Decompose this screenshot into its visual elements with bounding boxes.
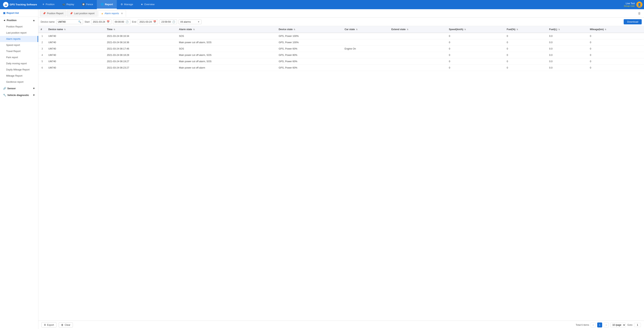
cell-fuel-pct: 0 bbox=[504, 65, 547, 71]
sidebar-item-alarm-reports[interactable]: Alarm reports bbox=[0, 36, 38, 42]
device-name-input[interactable] bbox=[58, 21, 78, 23]
col-num: # bbox=[38, 26, 46, 33]
end-label: End bbox=[132, 21, 136, 23]
cell-mileage: 0 bbox=[588, 52, 644, 58]
cell-alarm-state: SOS bbox=[177, 46, 276, 52]
sidebar-item-mileage-report[interactable]: Mileage Report bbox=[0, 73, 38, 79]
sidebar-item-travel-report[interactable]: Travel Report bbox=[0, 48, 38, 54]
col-car-state[interactable]: Car state ⇅ bbox=[342, 26, 389, 33]
clear-button[interactable]: 🗑 Clear bbox=[59, 322, 73, 327]
logo-area: ☁ GPS Tracking Software bbox=[2, 2, 38, 7]
sidebar-section-sensor[interactable]: 🔗 Sensor ▼ bbox=[0, 85, 38, 92]
cell-time: 2021-03-24 08:16:34 bbox=[104, 33, 177, 39]
sensor-section-icon: 🔗 bbox=[3, 87, 6, 90]
report-tab-last-position[interactable]: 📌 Last position report bbox=[67, 10, 97, 17]
sidebar-section-vehicle[interactable]: 🔧 Vehicle diagnostic ▼ bbox=[0, 92, 38, 99]
total-items: Total 6 items bbox=[576, 324, 589, 326]
user-avatar[interactable]: 👤 bbox=[636, 2, 642, 8]
clock-icon-end: 🕐 bbox=[172, 20, 175, 23]
sidebar-section-position[interactable]: ◄ Position ▲ bbox=[0, 17, 38, 24]
overview-icon: ★ bbox=[141, 3, 143, 6]
cell-device: UM740 bbox=[46, 58, 104, 65]
download-button[interactable]: Download bbox=[624, 19, 642, 24]
cell-alarm-state: Main power cut off alarm, SOS bbox=[177, 39, 276, 46]
position-tab-icon: 📌 bbox=[43, 12, 46, 15]
col-time[interactable]: Time ⇅ bbox=[104, 26, 177, 33]
sidebar-item-daily-mileage[interactable]: Dayily Mileage Report bbox=[0, 67, 38, 73]
user-area: Live Test Group User 👤 bbox=[624, 2, 642, 8]
cell-fuel-l: 0.0 bbox=[547, 65, 588, 71]
cell-mileage: 0 bbox=[588, 39, 644, 46]
col-fuel-pct[interactable]: Fuel(%) ⇅ bbox=[504, 26, 547, 33]
nav-tab-report[interactable]: 🌐 Report bbox=[97, 0, 117, 9]
cell-device: UM740 bbox=[46, 65, 104, 71]
cell-fuel-pct: 0 bbox=[504, 58, 547, 65]
col-mileage[interactable]: Mileage(km) ⇅ bbox=[588, 26, 644, 33]
report-tab-position[interactable]: 📌 Position Report bbox=[40, 10, 66, 17]
manage-icon: ⚙ bbox=[121, 3, 123, 6]
current-page-button[interactable]: 1 bbox=[597, 322, 602, 327]
cell-device-state: GPS, Power 60% bbox=[276, 65, 342, 71]
nav-tab-fence[interactable]: 🔲 Fence bbox=[78, 0, 97, 9]
user-group: Group User bbox=[624, 5, 635, 7]
cell-fuel-l: 0.0 bbox=[547, 52, 588, 58]
sidebar-title-icon: ▣ bbox=[3, 12, 5, 15]
cell-fuel-l: 0.0 bbox=[547, 39, 588, 46]
cell-extend-state bbox=[389, 58, 447, 65]
goto-input[interactable] bbox=[634, 323, 641, 327]
device-label: Device name bbox=[41, 21, 55, 23]
nav-tab-manage-label: Manage bbox=[124, 3, 133, 6]
end-date-picker[interactable]: 2021-03-24 📅 bbox=[138, 19, 158, 24]
cell-num: 3 bbox=[38, 46, 46, 52]
col-alarm-state[interactable]: Alarm state ⇅ bbox=[177, 26, 276, 33]
sidebar-item-position-report[interactable]: Position Report bbox=[0, 24, 38, 30]
cell-fuel-pct: 0 bbox=[504, 33, 547, 39]
page-size-select[interactable]: 10 /page 20 /page 50 /page bbox=[610, 323, 626, 327]
col-speed[interactable]: Speed(km/h) ⇅ bbox=[446, 26, 504, 33]
calendar-icon-end: 📅 bbox=[153, 20, 156, 23]
nav-tab-position[interactable]: ✈ Position bbox=[38, 0, 58, 9]
sidebar-item-park-report[interactable]: Park report bbox=[0, 54, 38, 61]
col-device-state[interactable]: Device state ⇅ bbox=[276, 26, 342, 33]
vehicle-section-icon: 🔧 bbox=[3, 94, 6, 97]
col-fuel-l[interactable]: Fuel(L) ⇅ bbox=[547, 26, 588, 33]
start-time-picker[interactable]: 00:00:00 🕐 bbox=[113, 19, 130, 24]
cell-speed: 0 bbox=[446, 39, 504, 46]
nav-tab-replay[interactable]: 📹 Replay bbox=[58, 0, 78, 9]
alarm-tab-close[interactable]: ✕ bbox=[121, 12, 123, 15]
report-tab-alarm[interactable]: ▲ Alarm reports ✕ bbox=[98, 10, 126, 17]
cell-extend-state bbox=[389, 39, 447, 46]
sidebar-item-geofence[interactable]: Geofence report bbox=[0, 79, 38, 85]
sidebar-item-daily-moving[interactable]: Daily moving report bbox=[0, 61, 38, 67]
position-tab-label: Position Report bbox=[47, 12, 63, 15]
export-button[interactable]: ⬇ Export bbox=[42, 322, 56, 327]
start-time-value: 00:00:00 bbox=[115, 21, 124, 23]
col-extend-state[interactable]: Extend state ⇅ bbox=[389, 26, 447, 33]
nav-tab-manage[interactable]: ⚙ Manage bbox=[117, 0, 137, 9]
clear-label: Clear bbox=[65, 324, 70, 326]
alarm-type-select[interactable]: All alarms ▼ bbox=[178, 20, 202, 24]
cell-speed: 0 bbox=[446, 65, 504, 71]
cell-fuel-pct: 0 bbox=[504, 52, 547, 58]
device-name-filter[interactable]: 🔍 bbox=[56, 19, 83, 24]
tab-trash-icon[interactable]: 🗑 bbox=[636, 11, 642, 16]
cell-car-state bbox=[342, 33, 389, 39]
sidebar-item-speed-report[interactable]: Speed report bbox=[0, 42, 38, 48]
col-device-name[interactable]: Device name ⇅ bbox=[46, 26, 104, 33]
cell-speed: 0 bbox=[446, 52, 504, 58]
cell-device-state: GPS, Power 60% bbox=[276, 58, 342, 65]
prev-page-button[interactable]: ‹ bbox=[591, 322, 596, 327]
nav-tab-overview-label: Overview bbox=[144, 3, 154, 6]
alarm-type-value: All alarms bbox=[180, 21, 191, 23]
start-date-picker[interactable]: 2021-03-24 📅 bbox=[91, 19, 112, 24]
search-icon: 🔍 bbox=[78, 20, 81, 23]
sidebar-item-last-position[interactable]: Last position report bbox=[0, 30, 38, 36]
start-date-value: 2021-03-24 bbox=[93, 21, 105, 23]
bottom-bar: ⬇ Export 🗑 Clear Total 6 items ‹ 1 › 10 … bbox=[38, 320, 644, 329]
end-time-picker[interactable]: 23:59:59 🕐 bbox=[160, 19, 177, 24]
alarm-reports-table: # Device name ⇅ Time ⇅ Alarm state ⇅ Dev… bbox=[38, 26, 644, 71]
nav-tab-overview[interactable]: ★ Overview bbox=[137, 0, 158, 9]
cell-time: 2021-03-24 08:18:28 bbox=[104, 52, 177, 58]
start-label: Start bbox=[84, 21, 90, 23]
next-page-button[interactable]: › bbox=[604, 322, 609, 327]
